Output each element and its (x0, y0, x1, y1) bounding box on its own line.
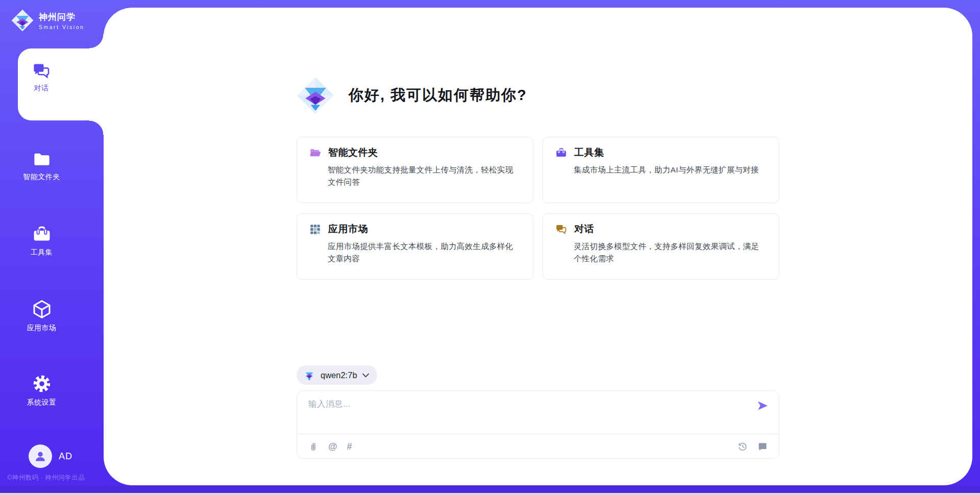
greeting-row: 你好, 我可以如何帮助你? (297, 77, 779, 114)
model-selector[interactable]: qwen2:7b (297, 365, 377, 385)
sidebar-item-label: 应用市场 (27, 324, 57, 333)
user-profile[interactable]: AD (29, 444, 72, 468)
sidebar-item-label: 对话 (34, 84, 49, 93)
grid-icon (309, 224, 321, 235)
content-column: 你好, 我可以如何帮助你? 智能文件夹 智能文件夹功能支持批量文件上传与清洗，轻… (297, 8, 779, 459)
brand-name: 神州问学 (39, 11, 84, 23)
composer-toolbar: @ # (308, 441, 768, 452)
tab-curve-bottom (89, 120, 104, 135)
brand-subtitle: Smart Vision (39, 24, 84, 30)
cube-icon (32, 299, 52, 319)
card-description: 智能文件夹功能支持批量文件上传与清洗，轻松实现文件问答 (328, 164, 521, 189)
greeting-title: 你好, 我可以如何帮助你? (349, 85, 527, 106)
card-description: 灵活切换多模型文件，支持多样回复效果调试，满足个性化需求 (574, 240, 767, 265)
card-chat[interactable]: 对话 灵活切换多模型文件，支持多样回复效果调试，满足个性化需求 (543, 213, 779, 280)
card-description: 应用市场提供丰富长文本模板，助力高效生成多样化文章内容 (328, 240, 521, 265)
model-gem-icon (303, 368, 316, 382)
card-app-market[interactable]: 应用市场 应用市场提供丰富长文本模板，助力高效生成多样化文章内容 (297, 213, 533, 280)
bottom-band-light (0, 493, 980, 495)
history-icon[interactable] (738, 441, 748, 452)
sidebar-item-label: 系统设置 (27, 398, 57, 407)
send-icon[interactable] (756, 400, 769, 412)
sidebar-item-smart-folder[interactable]: 智能文件夹 (0, 150, 83, 182)
at-icon[interactable]: @ (328, 441, 337, 452)
bottom-band-dark (0, 486, 980, 493)
folder-icon (33, 150, 51, 168)
card-title: 工具集 (574, 146, 604, 159)
tab-curve-top (89, 34, 104, 48)
avatar (29, 444, 52, 468)
sidebar: 神州问学 Smart Vision 对话 智能文件夹 工具集 应用市场 系统设置… (0, 0, 104, 495)
card-description: 集成市场上主流工具，助力AI与外界无缝扩展与对接 (574, 164, 767, 176)
sidebar-item-settings[interactable]: 系统设置 (0, 374, 83, 407)
chevron-down-icon (362, 372, 370, 379)
model-name: qwen2:7b (321, 370, 357, 380)
folder-open-icon (309, 147, 321, 159)
main-panel: 你好, 我可以如何帮助你? 智能文件夹 智能文件夹功能支持批量文件上传与清洗，轻… (104, 8, 972, 485)
card-title: 智能文件夹 (328, 146, 378, 159)
brand-logo: 神州问学 Smart Vision (11, 9, 84, 32)
sidebar-footer: ©神州数码 · 神州问学出品 (7, 474, 104, 482)
person-icon (33, 449, 48, 464)
paperclip-icon[interactable] (308, 441, 318, 452)
composer-divider (298, 434, 778, 434)
hash-icon[interactable]: # (347, 441, 352, 452)
feature-cards: 智能文件夹 智能文件夹功能支持批量文件上传与清洗，轻松实现文件问答 工具集 集成… (297, 137, 779, 280)
card-title: 应用市场 (328, 222, 368, 236)
chat-icon (555, 224, 567, 235)
sidebar-item-label: 智能文件夹 (23, 172, 60, 182)
message-icon[interactable] (757, 441, 768, 452)
card-title: 对话 (574, 222, 594, 236)
card-toolset[interactable]: 工具集 集成市场上主流工具，助力AI与外界无缝扩展与对接 (543, 137, 779, 203)
message-input[interactable] (308, 399, 747, 427)
toolbox-icon (32, 225, 52, 244)
brand-gem-icon (297, 77, 334, 114)
chat-icon (32, 62, 51, 80)
sidebar-item-toolset[interactable]: 工具集 (0, 225, 83, 257)
sidebar-item-label: 工具集 (31, 248, 53, 257)
message-composer: @ # (297, 390, 779, 459)
sidebar-item-chat[interactable]: 对话 (18, 48, 104, 120)
sidebar-item-app-market[interactable]: 应用市场 (0, 299, 83, 333)
user-name: AD (59, 451, 72, 462)
card-smart-folder[interactable]: 智能文件夹 智能文件夹功能支持批量文件上传与清洗，轻松实现文件问答 (297, 137, 533, 203)
gear-icon (32, 374, 52, 394)
brand-gem-icon (11, 9, 34, 32)
toolbox-icon (555, 147, 567, 159)
